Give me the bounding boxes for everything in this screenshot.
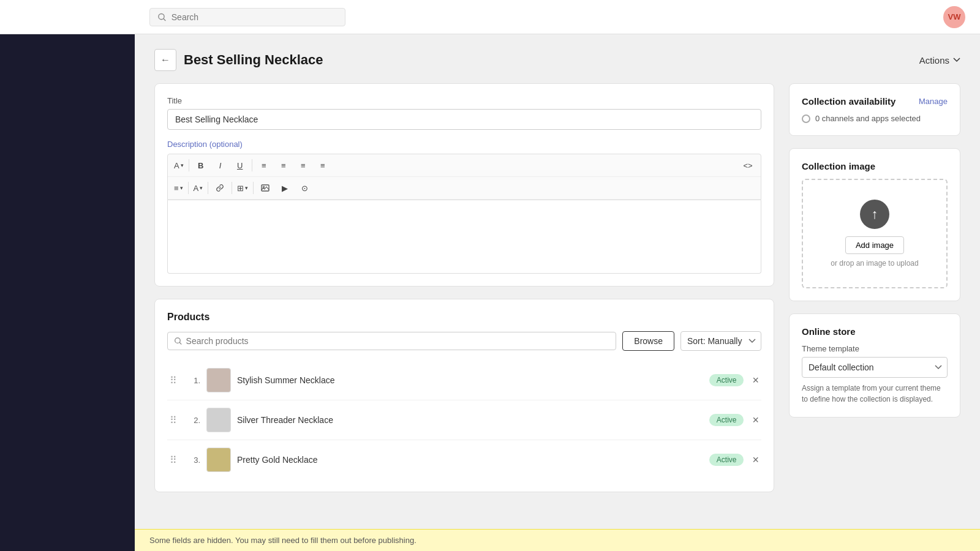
- upload-icon: ↑: [860, 200, 889, 229]
- separator: [188, 182, 189, 194]
- content-sidebar: Collection availability Manage 0 channel…: [789, 83, 960, 418]
- font-color-btn[interactable]: A ▾: [191, 179, 206, 197]
- products-toolbar: Browse Sort: Manually By title By price …: [167, 331, 761, 351]
- editor-toolbar: A ▾ B I U ≡ ≡ ≡ ≡ <> ≡ ▾: [167, 154, 761, 200]
- availability-title: Collection availability: [802, 96, 895, 107]
- channels-text: 0 channels and apps selected: [815, 114, 921, 123]
- products-list: ⠿ 1. Stylish Summer Necklace Active × ⠿ …: [167, 361, 761, 479]
- separator: [252, 159, 252, 171]
- radio-icon: [802, 114, 810, 123]
- product-name: Stylish Summer Necklace: [237, 375, 703, 385]
- font-size-btn[interactable]: A ▾: [172, 157, 186, 174]
- channels-row: 0 channels and apps selected: [802, 114, 948, 123]
- separator: [232, 182, 232, 194]
- table-btn[interactable]: ⊞ ▾: [235, 179, 251, 197]
- bold-btn[interactable]: B: [192, 157, 210, 174]
- toolbar-row-2: ≡ ▾ A ▾ ⊞ ▾: [168, 177, 761, 200]
- sidebar: [0, 0, 135, 551]
- svg-point-2: [263, 186, 265, 187]
- image-btn[interactable]: [256, 179, 274, 197]
- actions-button[interactable]: Actions: [919, 55, 960, 66]
- search-products-input[interactable]: [186, 336, 610, 346]
- product-name: Pretty Gold Necklace: [237, 455, 703, 465]
- search-input[interactable]: [172, 12, 337, 22]
- bottom-bar-text: Some fields are hidden. You may still ne…: [149, 536, 417, 545]
- page-header: ← Best Selling Necklace Actions: [154, 49, 960, 71]
- separator: [208, 182, 208, 194]
- video-btn[interactable]: ▶: [276, 179, 294, 197]
- upload-hint: or drop an image to upload: [815, 259, 934, 268]
- italic-btn[interactable]: I: [211, 157, 230, 174]
- ordered-list-btn[interactable]: ≡: [274, 157, 293, 174]
- source-btn[interactable]: <>: [739, 157, 757, 174]
- description-label: Description (optional): [167, 140, 761, 149]
- add-image-button[interactable]: Add image: [845, 236, 904, 254]
- title-description-card: Title Description (optional) A ▾ B I U ≡…: [154, 83, 774, 287]
- back-button[interactable]: ←: [154, 49, 176, 71]
- online-store-card: Online store Theme template Default coll…: [789, 313, 960, 418]
- underline-btn[interactable]: U: [231, 157, 249, 174]
- theme-template-label: Theme template: [802, 344, 948, 353]
- sort-select[interactable]: Sort: Manually By title By price By date: [680, 331, 761, 351]
- search-icon: [174, 337, 183, 345]
- actions-label: Actions: [919, 55, 949, 66]
- toolbar-row-1: A ▾ B I U ≡ ≡ ≡ ≡ <>: [168, 154, 761, 177]
- remove-product-button[interactable]: ×: [750, 414, 761, 425]
- title-label: Title: [167, 96, 761, 105]
- status-badge: Active: [709, 374, 744, 386]
- drag-handle[interactable]: ⠿: [167, 414, 179, 426]
- main-content: ← Best Selling Necklace Actions Title De…: [135, 34, 980, 551]
- theme-template-select[interactable]: Default collection: [802, 357, 948, 378]
- product-thumbnail: [206, 408, 231, 432]
- bottom-notification-bar: Some fields are hidden. You may still ne…: [135, 529, 980, 551]
- avatar: VW: [943, 6, 965, 28]
- search-products-container[interactable]: [167, 332, 616, 350]
- unordered-list-btn[interactable]: ≡: [255, 157, 273, 174]
- drag-handle[interactable]: ⠿: [167, 454, 179, 466]
- content-main: Title Description (optional) A ▾ B I U ≡…: [154, 83, 774, 492]
- separator: [189, 159, 189, 171]
- browse-button[interactable]: Browse: [622, 331, 674, 351]
- status-badge: Active: [709, 454, 744, 466]
- title-input[interactable]: [167, 109, 761, 130]
- collection-availability-card: Collection availability Manage 0 channel…: [789, 83, 960, 136]
- indent-btn[interactable]: ≡: [294, 157, 312, 174]
- link-btn[interactable]: [211, 179, 229, 197]
- status-badge: Active: [709, 414, 744, 426]
- chevron-down-icon: [953, 58, 960, 62]
- collection-image-title: Collection image: [802, 161, 948, 171]
- product-number: 2.: [186, 416, 200, 425]
- product-thumbnail: [206, 448, 231, 472]
- special-char-btn[interactable]: ⊙: [295, 179, 314, 197]
- product-list-item: ⠿ 3. Pretty Gold Necklace Active ×: [167, 440, 761, 479]
- manage-link[interactable]: Manage: [919, 97, 948, 106]
- topbar: VW: [0, 0, 980, 34]
- align-btn[interactable]: ≡ ▾: [172, 179, 186, 197]
- global-search[interactable]: [149, 8, 345, 26]
- page-header-left: ← Best Selling Necklace: [154, 49, 323, 71]
- product-list-item: ⠿ 1. Stylish Summer Necklace Active ×: [167, 361, 761, 400]
- separator: [253, 182, 254, 194]
- product-number: 3.: [186, 455, 200, 465]
- product-thumbnail: [206, 368, 231, 392]
- outdent-btn[interactable]: ≡: [314, 157, 332, 174]
- remove-product-button[interactable]: ×: [750, 454, 761, 465]
- online-store-title: Online store: [802, 326, 948, 337]
- remove-product-button[interactable]: ×: [750, 375, 761, 386]
- products-card: Products Browse Sort: Manually By title …: [154, 299, 774, 492]
- page-title: Best Selling Necklace: [184, 52, 323, 68]
- editor-body[interactable]: [167, 200, 761, 274]
- search-icon: [157, 12, 167, 22]
- drag-handle[interactable]: ⠿: [167, 375, 179, 386]
- product-list-item: ⠿ 2. Silver Threader Necklace Active ×: [167, 400, 761, 440]
- product-name: Silver Threader Necklace: [237, 415, 703, 425]
- product-number: 1.: [186, 376, 200, 385]
- availability-header: Collection availability Manage: [802, 96, 948, 107]
- template-hint: Assign a template from your current them…: [802, 383, 948, 405]
- image-upload-area[interactable]: ↑ Add image or drop an image to upload: [802, 179, 948, 288]
- content-layout: Title Description (optional) A ▾ B I U ≡…: [154, 83, 960, 492]
- products-section-title: Products: [167, 312, 761, 323]
- collection-image-card: Collection image ↑ Add image or drop an …: [789, 148, 960, 301]
